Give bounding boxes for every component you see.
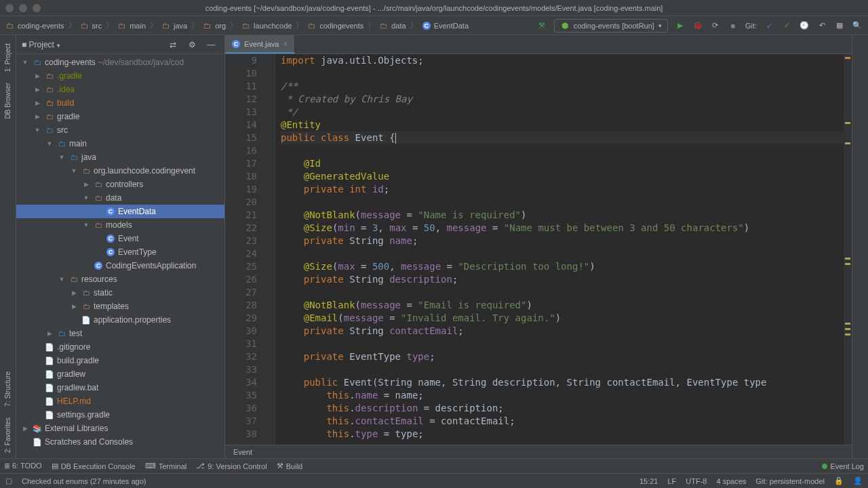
tree-item-main[interactable]: ▼🗀main bbox=[16, 137, 224, 150]
code-line[interactable]: private int id; bbox=[281, 183, 844, 196]
code-area[interactable]: import java.util.Objects;/** * Created b… bbox=[275, 54, 844, 445]
inspector-icon[interactable]: 👤 bbox=[853, 476, 863, 485]
tool-windows-toggle-icon[interactable]: ▢ bbox=[5, 476, 12, 485]
tree-item-controllers[interactable]: ▶🗀controllers bbox=[16, 178, 224, 191]
project-tree[interactable]: ▼🗀coding-events ~/dev/sandbox/java/cod▶🗀… bbox=[16, 54, 224, 458]
line-number[interactable]: 13 bbox=[225, 106, 257, 119]
coverage-icon[interactable]: ⟳ bbox=[707, 18, 724, 34]
tree-item-codingeventsapplication[interactable]: CCodingEventsApplication bbox=[16, 259, 224, 272]
tree-item-static[interactable]: ▶🗀static bbox=[16, 286, 224, 300]
chevron-icon[interactable]: ▼ bbox=[81, 195, 91, 201]
tab-event-java[interactable]: C Event.java × bbox=[225, 35, 295, 54]
tree-item-test[interactable]: ▶🗀test bbox=[16, 327, 224, 340]
code-line[interactable]: public Event(String name, String descrip… bbox=[281, 376, 844, 389]
code-line[interactable]: @Id bbox=[281, 157, 844, 170]
chevron-icon[interactable]: ▼ bbox=[57, 276, 66, 283]
git-commit-icon[interactable]: ✓ bbox=[778, 18, 795, 34]
chevron-icon[interactable]: ▼ bbox=[20, 59, 30, 66]
line-number[interactable]: 24 bbox=[225, 247, 257, 260]
line-number[interactable]: 35 bbox=[225, 389, 257, 402]
encoding[interactable]: UTF-8 bbox=[686, 477, 707, 485]
marker-strip[interactable] bbox=[844, 54, 852, 445]
line-number[interactable]: 18 bbox=[225, 170, 257, 183]
tree-item-coding-events[interactable]: ▼🗀coding-events ~/dev/sandbox/java/cod bbox=[16, 56, 224, 69]
code-line[interactable]: * Created by Chris Bay bbox=[281, 93, 844, 106]
code-line[interactable]: @NotBlank(message = "Name is required") bbox=[281, 209, 844, 222]
rail-tab-project[interactable]: 1: Project bbox=[3, 38, 13, 77]
tree-item-help-md[interactable]: 📄HELP.md bbox=[16, 394, 224, 408]
tree-item-build[interactable]: ▶🗀build bbox=[16, 96, 224, 110]
line-number[interactable]: 29 bbox=[225, 312, 257, 325]
ide-structure-icon[interactable]: ▦ bbox=[831, 18, 848, 34]
fold-column[interactable] bbox=[266, 54, 275, 445]
warning-marker[interactable] bbox=[845, 122, 850, 124]
line-number[interactable]: 26 bbox=[225, 273, 257, 286]
breadcrumb-java[interactable]: 🗀java bbox=[159, 20, 190, 32]
code-line[interactable]: this.type = type; bbox=[281, 428, 844, 441]
tree-item-java[interactable]: ▼🗀java bbox=[16, 150, 224, 164]
search-icon[interactable]: 🔍 bbox=[849, 18, 865, 34]
code-line[interactable] bbox=[281, 196, 844, 209]
close-icon[interactable] bbox=[5, 4, 14, 12]
tree-item-eventdata[interactable]: CEventData bbox=[16, 205, 224, 218]
line-number[interactable]: 25 bbox=[225, 260, 257, 273]
line-number[interactable]: 36 bbox=[225, 402, 257, 415]
warning-marker[interactable] bbox=[845, 263, 850, 265]
tree-item-external-libraries[interactable]: ▶📚External Libraries bbox=[16, 422, 224, 435]
line-number[interactable]: 27 bbox=[225, 286, 257, 299]
tree-item-models[interactable]: ▼🗀models bbox=[16, 218, 224, 232]
git-rollback-icon[interactable]: ↶ bbox=[814, 18, 830, 34]
tree-item-settings-gradle[interactable]: 📄settings.gradle bbox=[16, 408, 224, 422]
breadcrumb-class[interactable]: Event bbox=[233, 448, 252, 456]
caret-position[interactable]: 15:21 bbox=[639, 477, 658, 485]
chevron-icon[interactable]: ▶ bbox=[20, 425, 30, 432]
code-line[interactable]: public class Event { bbox=[281, 131, 844, 144]
line-number[interactable]: 14 bbox=[225, 119, 257, 131]
tw-db-console[interactable]: ▤DB Execution Console bbox=[52, 462, 136, 470]
line-number[interactable]: 28 bbox=[225, 299, 257, 312]
breadcrumb-src[interactable]: 🗀src bbox=[77, 20, 105, 32]
warning-marker[interactable] bbox=[845, 142, 850, 144]
breadcrumb-launchcode[interactable]: 🗀launchcode bbox=[239, 20, 294, 32]
warning-marker[interactable] bbox=[845, 328, 850, 330]
line-separator[interactable]: LF bbox=[667, 477, 676, 485]
tw-version-control[interactable]: ⎇9: Version Control bbox=[196, 462, 267, 470]
rail-tab-db-browser[interactable]: DB Browser bbox=[3, 77, 13, 124]
breadcrumb-main[interactable]: 🗀main bbox=[115, 20, 149, 32]
window-controls[interactable] bbox=[5, 4, 41, 12]
line-number[interactable]: 33 bbox=[225, 363, 257, 376]
code-line[interactable]: @Size(min = 3, max = 50, message = "Name… bbox=[281, 222, 844, 235]
code-line[interactable] bbox=[281, 144, 844, 157]
code-line[interactable]: this.description = description; bbox=[281, 402, 844, 415]
chevron-icon[interactable]: ▼ bbox=[81, 222, 91, 228]
code-line[interactable] bbox=[281, 363, 844, 376]
tree-item-eventtype[interactable]: CEventType bbox=[16, 245, 224, 259]
line-number[interactable]: 16 bbox=[225, 144, 257, 157]
tree-item-scratches-and-consoles[interactable]: 📄Scratches and Consoles bbox=[16, 435, 224, 449]
line-number[interactable]: 20 bbox=[225, 196, 257, 209]
rail-tab-structure[interactable]: 7: Structure bbox=[3, 366, 13, 412]
run-configuration[interactable]: ⬢ coding-events [bootRun] ▾ bbox=[554, 19, 668, 33]
line-number[interactable]: 15 bbox=[225, 131, 257, 144]
breadcrumb-coding-events[interactable]: 🗀coding-events bbox=[3, 20, 67, 32]
tree-item-build-gradle[interactable]: 📄build.gradle bbox=[16, 354, 224, 367]
event-log[interactable]: Event Log bbox=[822, 462, 864, 470]
tree-item-event[interactable]: CEvent bbox=[16, 232, 224, 245]
warning-marker[interactable] bbox=[845, 57, 850, 59]
code-line[interactable]: @Email(message = "Invalid email. Try aga… bbox=[281, 312, 844, 325]
breadcrumb-codingevents[interactable]: 🗀codingevents bbox=[304, 20, 366, 32]
code-line[interactable] bbox=[281, 247, 844, 260]
chevron-icon[interactable]: ▼ bbox=[57, 154, 66, 161]
line-number[interactable]: 31 bbox=[225, 338, 257, 350]
editor[interactable]: 9101112131415161718192021222324252627282… bbox=[225, 54, 852, 445]
editor-breadcrumbs[interactable]: Event bbox=[225, 445, 852, 458]
code-line[interactable]: @GeneratedValue bbox=[281, 170, 844, 183]
code-line[interactable]: private String name; bbox=[281, 235, 844, 247]
tree-item-gradle[interactable]: ▶🗀gradle bbox=[16, 110, 224, 123]
tree-item-resources[interactable]: ▼🗀resources bbox=[16, 272, 224, 286]
code-line[interactable]: this.contactEmail = contactEmail; bbox=[281, 415, 844, 428]
tree-item-org-launchcode-codingevent[interactable]: ▼🗀org.launchcode.codingevent bbox=[16, 164, 224, 178]
run-icon[interactable]: ▶ bbox=[672, 18, 688, 34]
code-line[interactable]: /** bbox=[281, 80, 844, 93]
code-line[interactable]: private EventType type; bbox=[281, 350, 844, 363]
